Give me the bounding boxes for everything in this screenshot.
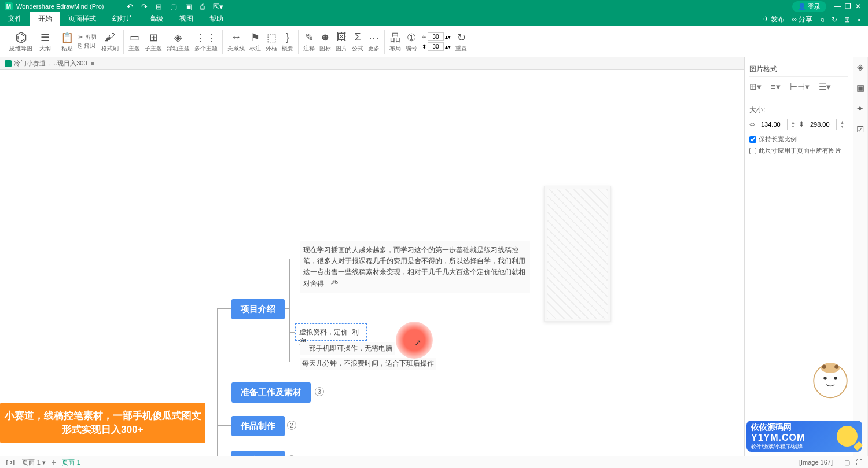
apply-all-checkbox[interactable] <box>749 148 756 154</box>
style-tab-icon[interactable]: ◈ <box>857 62 864 72</box>
width-input[interactable] <box>428 32 444 41</box>
width-icon: ⬄ <box>422 34 426 40</box>
image-info: [Image 167] <box>799 459 833 466</box>
close-icon[interactable]: ✕ <box>853 2 863 10</box>
summary-button[interactable]: }概要 <box>279 31 296 53</box>
height-icon: ⬍ <box>422 43 426 50</box>
align-opt-icon[interactable]: ≡▾ <box>771 82 781 92</box>
add-page-button[interactable]: + <box>52 458 56 467</box>
reset-button[interactable]: ↻重置 <box>453 31 469 53</box>
svg-point-2 <box>834 377 837 379</box>
share-button[interactable]: ∞ 分享 <box>792 14 812 24</box>
export-icon[interactable]: ⇱▾ <box>213 2 223 11</box>
badge-prep[interactable]: 3 <box>315 387 324 396</box>
save-icon[interactable]: ▣ <box>185 2 192 11</box>
comment-button[interactable]: ✎注释 <box>301 31 317 53</box>
node-prep[interactable]: 准备工作及素材 <box>231 382 311 403</box>
view-mode-icon[interactable]: ▢ <box>844 459 850 466</box>
image-tab-icon[interactable]: ▣ <box>856 83 865 93</box>
effects-tab-icon[interactable]: ✦ <box>856 104 864 114</box>
img-height-input[interactable] <box>808 119 837 130</box>
fullscreen-icon[interactable]: ⛶ <box>856 459 862 466</box>
new-icon[interactable]: ⊞ <box>156 2 162 11</box>
distribute-opt-icon[interactable]: ⊢⊣▾ <box>790 82 810 92</box>
topic-button[interactable]: ▭主题 <box>126 31 142 53</box>
notify-icon[interactable]: ♫ <box>819 16 825 24</box>
quick-toolbar: ↶ ↷ ⊞ ▢ ▣ ⎙ ⇱▾ <box>127 2 223 11</box>
status-bar: ⫿▯⫿ 页面-1 ▾ + 页面-1 [Image 167] ▢ ⛶ <box>0 456 868 468</box>
svg-point-5 <box>834 365 838 369</box>
boundary-button[interactable]: ⬚外框 <box>263 31 279 53</box>
paste-button[interactable]: 📋粘贴 <box>58 31 76 53</box>
attached-image[interactable] <box>544 186 611 322</box>
page-nav-icon[interactable]: ⫿▯⫿ <box>6 459 16 466</box>
selected-node[interactable]: 虚拟资料，定价=利润 <box>295 323 367 341</box>
badge-work[interactable]: 2 <box>287 421 296 430</box>
check-tab-icon[interactable]: ☑ <box>856 124 864 135</box>
undo-icon[interactable]: ↶ <box>127 2 133 11</box>
tab-file[interactable]: 文件 <box>0 12 30 26</box>
tab-advanced[interactable]: 高级 <box>141 12 171 26</box>
grid-icon[interactable]: ⊞ <box>844 16 850 24</box>
menu-bar: 文件 开始 页面样式 幻灯片 高级 视图 帮助 ✈ 发布 ∞ 分享 ♫ ↻ ⊞ … <box>0 13 868 26</box>
canvas-workspace[interactable]: 小赛道，线稿控笔素材，一部手机傻瓜式图文形式实现日入300+ 项目介绍 现在学习… <box>0 70 744 456</box>
float-topic-button[interactable]: ◈浮动主题 <box>164 31 192 53</box>
size-label: 大小: <box>749 105 848 115</box>
redo-icon[interactable]: ↷ <box>141 2 148 11</box>
size-inputs: ⬄▴▾ ⬍▴▾ <box>420 32 453 51</box>
page-tab[interactable]: 页面-1 <box>62 458 80 467</box>
history-icon[interactable]: ↻ <box>832 16 837 24</box>
node-intro-desc[interactable]: 现在学习插画的人越来越多，而学习这个的第一步基础就是练习线稿控笔，很多人对于报课… <box>300 241 530 293</box>
outline-button[interactable]: ☰大纲 <box>37 31 53 53</box>
relation-button[interactable]: ↔关系线 <box>225 31 247 53</box>
minimize-icon[interactable]: — <box>832 2 843 10</box>
mindmap-button[interactable]: ⌬思维导图 <box>5 31 37 53</box>
tab-slide[interactable]: 幻灯片 <box>104 12 141 26</box>
doc-icon <box>5 60 12 67</box>
subtopic-button[interactable]: ⊞子主题 <box>142 31 164 53</box>
mindmap-root-node[interactable]: 小赛道，线稿控笔素材，一部手机傻瓜式图文形式实现日入300+ <box>0 403 205 443</box>
title-bar: M Wondershare EdrawMind (Pro) ↶ ↷ ⊞ ▢ ▣ … <box>0 0 868 13</box>
tab-help[interactable]: 帮助 <box>201 12 231 26</box>
format-painter-button[interactable]: 🖌格式刷 <box>99 31 121 53</box>
svg-point-1 <box>823 377 826 379</box>
maximize-icon[interactable]: ❐ <box>843 2 853 10</box>
node-phone[interactable]: 一部手机即可操作，无需电脑 <box>300 342 395 355</box>
menu-icon[interactable]: « <box>857 16 861 24</box>
width-dim-icon: ⬄ <box>749 120 755 128</box>
node-traffic[interactable]: 引流方式 <box>231 451 285 456</box>
icon-button[interactable]: ☻图标 <box>317 31 333 53</box>
img-width-input[interactable] <box>759 119 788 130</box>
list-opt-icon[interactable]: ☰▾ <box>819 82 831 92</box>
copy-button[interactable]: ⎘拷贝 <box>78 42 97 50</box>
modified-indicator <box>91 62 94 65</box>
callout-button[interactable]: ⚑标注 <box>247 31 263 53</box>
cursor-highlight <box>396 322 433 359</box>
node-work[interactable]: 作品制作 <box>231 416 285 436</box>
page-dropdown[interactable]: 页面-1 ▾ <box>22 458 46 467</box>
tab-start[interactable]: 开始 <box>30 12 60 26</box>
doc-tab-name[interactable]: 冷门小赛道，...现日入300 <box>14 59 87 68</box>
layout-opt-icon[interactable]: ⊞▾ <box>749 82 762 92</box>
app-name: Wondershare EdrawMind (Pro) <box>16 3 104 10</box>
open-icon[interactable]: ▢ <box>170 2 177 11</box>
tab-view[interactable]: 视图 <box>171 12 201 26</box>
svg-point-4 <box>822 365 826 369</box>
formula-button[interactable]: Σ公式 <box>350 31 366 53</box>
tab-pagestyle[interactable]: 页面样式 <box>60 12 104 26</box>
node-intro[interactable]: 项目介绍 <box>231 299 285 319</box>
multi-topic-button[interactable]: ⋮⋮多个主题 <box>192 31 220 53</box>
publish-button[interactable]: ✈ 发布 <box>763 14 785 24</box>
mascot-character <box>804 352 856 404</box>
node-time[interactable]: 每天几分钟，不浪费时间，适合下班后操作 <box>300 358 436 370</box>
layout-button[interactable]: 品布局 <box>387 31 403 53</box>
more-button[interactable]: ⋯更多 <box>366 31 382 53</box>
height-input[interactable] <box>428 42 444 51</box>
print-icon[interactable]: ⎙ <box>200 2 205 11</box>
keep-ratio-checkbox[interactable] <box>749 136 756 143</box>
number-button[interactable]: ①编号 <box>403 31 420 53</box>
magnifier-icon <box>837 426 858 447</box>
image-button[interactable]: 🖼图片 <box>333 31 350 53</box>
cut-button[interactable]: ✂剪切 <box>78 33 97 41</box>
login-button[interactable]: 👤登录 <box>792 1 826 12</box>
